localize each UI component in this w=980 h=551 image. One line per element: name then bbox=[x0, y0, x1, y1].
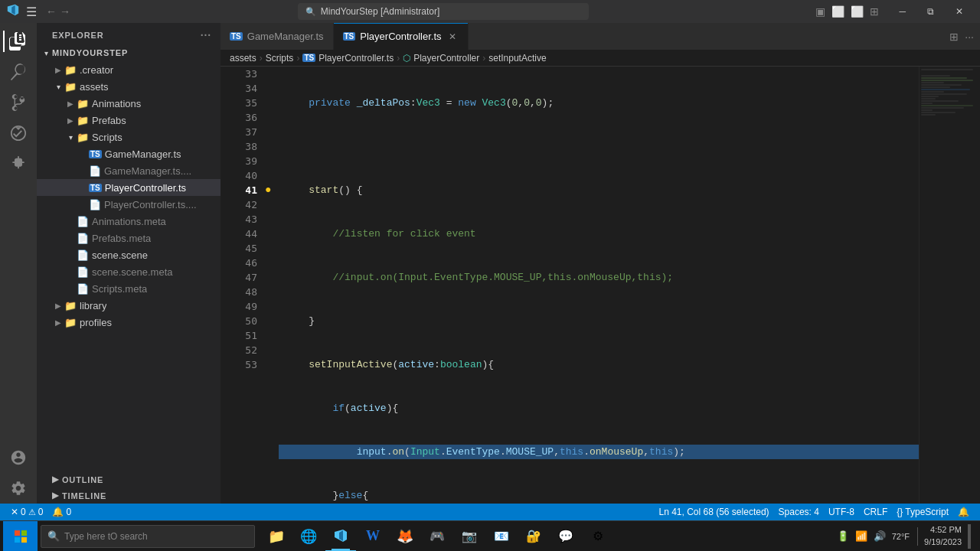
file-label: Scripts.meta bbox=[92, 283, 147, 295]
tree-item-profiles[interactable]: ▶ 📁 profiles bbox=[37, 314, 220, 331]
warning-count: 0 bbox=[38, 507, 44, 517]
folder-icon: 📁 bbox=[64, 317, 77, 328]
battery-icon[interactable]: 🔋 bbox=[835, 529, 851, 543]
tree-item-gamemanager-meta[interactable]: 📄 GameManager.ts.... bbox=[37, 162, 220, 179]
tree-item-playercontroller-meta[interactable]: 📄 PlayerController.ts.... bbox=[37, 196, 220, 213]
breadcrumb-scripts[interactable]: Scripts bbox=[266, 53, 294, 64]
tab-label: PlayerController.ts bbox=[360, 31, 441, 42]
explorer-more-icon[interactable]: ··· bbox=[201, 29, 211, 41]
title-search-bar[interactable]: 🔍 MindYourStep [Administrator] bbox=[298, 3, 589, 20]
tree-item-animations-meta[interactable]: 📄 Animations.meta bbox=[37, 213, 220, 230]
status-notifications[interactable]: 🔔 bbox=[953, 507, 974, 517]
root-arrow-icon: ▾ bbox=[40, 49, 52, 57]
temp-display: 72°F bbox=[890, 530, 911, 543]
breadcrumb-ts-icon: TS bbox=[302, 54, 315, 62]
breadcrumb-assets[interactable]: assets bbox=[230, 53, 256, 64]
breadcrumb-method[interactable]: setInputActive bbox=[488, 53, 546, 64]
tree-item-assets[interactable]: ▾ 📁 assets bbox=[37, 78, 220, 95]
tab-playercontroller[interactable]: TS PlayerController.ts ✕ bbox=[334, 23, 469, 50]
status-encoding[interactable]: UTF-8 bbox=[824, 507, 859, 517]
meta-file-icon: 📄 bbox=[77, 283, 89, 295]
search-activity[interactable] bbox=[3, 57, 34, 87]
svg-rect-0 bbox=[15, 530, 20, 536]
status-info[interactable]: 🔔 0 bbox=[47, 507, 76, 517]
outline-section[interactable]: ▶ OUTLINE bbox=[37, 471, 220, 487]
explorer-header: EXPLORER ··· bbox=[37, 23, 220, 44]
warning-icon: ⚠ bbox=[28, 507, 36, 517]
layout-icon[interactable]: ⊞ bbox=[870, 5, 879, 18]
ts-file-icon: TS bbox=[89, 184, 102, 192]
tab-close-icon[interactable]: ✕ bbox=[446, 31, 459, 43]
folder-arrow-icon: ▶ bbox=[52, 302, 64, 310]
forward-button[interactable]: → bbox=[60, 5, 70, 18]
tree-item-scene[interactable]: 📄 scene.scene bbox=[37, 246, 220, 263]
info-icon: 🔔 bbox=[52, 507, 64, 517]
taskbar-edge[interactable]: 🌐 bbox=[293, 521, 324, 552]
breadcrumb-file[interactable]: PlayerController.ts bbox=[318, 53, 394, 64]
taskbar-file-explorer[interactable]: 📁 bbox=[261, 521, 292, 552]
code-line-42: }else{ bbox=[285, 488, 919, 503]
close-button[interactable]: ✕ bbox=[945, 5, 974, 18]
titlebar: ☰ ← → 🔍 MindYourStep [Administrator] ▣ ⬜… bbox=[0, 0, 980, 23]
breadcrumb-class[interactable]: PlayerController bbox=[413, 53, 479, 64]
split-editor-button[interactable]: ⊞ bbox=[946, 28, 962, 46]
status-line-ending[interactable]: CRLF bbox=[859, 507, 892, 517]
source-control-activity[interactable] bbox=[3, 87, 34, 118]
show-desktop-button[interactable] bbox=[968, 524, 971, 549]
tree-item-prefabs[interactable]: ▶ 📁 Prefabs bbox=[37, 112, 220, 129]
restore-button[interactable]: ⧉ bbox=[916, 5, 945, 18]
sidebar-toggle-icon[interactable]: ⬜ bbox=[831, 5, 844, 18]
taskbar-vscode[interactable] bbox=[325, 521, 356, 552]
taskbar-word[interactable]: W bbox=[358, 521, 388, 552]
taskbar-app10[interactable]: 💬 bbox=[550, 521, 581, 552]
code-editor[interactable]: private _deltaPos:Vec3 = new Vec3(0,0,0)… bbox=[279, 67, 919, 504]
timeline-arrow-icon: ▶ bbox=[52, 491, 59, 500]
clock[interactable]: 4:52 PM 9/19/2023 bbox=[924, 524, 962, 548]
explorer-activity[interactable] bbox=[3, 26, 34, 57]
tree-item-playercontroller-ts[interactable]: TS PlayerController.ts bbox=[37, 179, 220, 196]
taskbar-app8[interactable]: 📧 bbox=[486, 521, 517, 552]
tree-item-library[interactable]: ▶ 📁 library bbox=[37, 297, 220, 314]
window-layout-controls: ▣ ⬜ ⬜ ⊞ bbox=[815, 5, 879, 18]
settings-activity[interactable] bbox=[3, 473, 34, 504]
start-button[interactable] bbox=[3, 521, 38, 552]
folder-label: assets bbox=[80, 81, 109, 93]
status-spaces[interactable]: Spaces: 4 bbox=[774, 507, 824, 517]
split-editor-icon[interactable]: ⬜ bbox=[851, 5, 864, 18]
tree-item-creator[interactable]: ▶ 📁 .creator bbox=[37, 61, 220, 78]
hamburger-icon[interactable]: ☰ bbox=[26, 5, 37, 19]
timeline-section[interactable]: ▶ TIMELINE bbox=[37, 487, 220, 504]
tree-item-gamemanager-ts[interactable]: TS GameManager.ts bbox=[37, 145, 220, 162]
taskbar-app9[interactable]: 🔐 bbox=[518, 521, 549, 552]
tree-root-mindyourstep[interactable]: ▾ MINDYOURSTEP bbox=[37, 44, 220, 61]
taskbar-app11[interactable]: ⚙ bbox=[583, 521, 613, 552]
extensions-activity[interactable] bbox=[3, 148, 34, 179]
panel-toggle-icon[interactable]: ▣ bbox=[815, 5, 825, 18]
accounts-activity[interactable] bbox=[3, 442, 34, 473]
status-position[interactable]: Ln 41, Col 68 (56 selected) bbox=[654, 507, 773, 517]
status-errors[interactable]: ✕ 0 ⚠ 0 bbox=[6, 507, 47, 517]
taskbar-firefox[interactable]: 🦊 bbox=[390, 521, 420, 552]
taskbar-app7[interactable]: 📷 bbox=[454, 521, 485, 552]
more-actions-button[interactable]: ··· bbox=[962, 28, 977, 46]
tree-item-scripts-meta[interactable]: 📄 Scripts.meta bbox=[37, 280, 220, 297]
minimize-button[interactable]: ─ bbox=[888, 5, 916, 18]
tabs-bar: TS GameManager.ts TS PlayerController.ts… bbox=[220, 23, 980, 50]
taskbar-app6[interactable]: 🎮 bbox=[422, 521, 452, 552]
back-button[interactable]: ← bbox=[46, 5, 57, 18]
volume-icon[interactable]: 🔊 bbox=[872, 529, 887, 543]
info-count: 0 bbox=[66, 507, 71, 517]
tab-gamemanager[interactable]: TS GameManager.ts bbox=[220, 23, 334, 50]
tree-item-prefabs-meta[interactable]: 📄 Prefabs.meta bbox=[37, 230, 220, 246]
tree-item-scripts[interactable]: ▾ 📁 Scripts bbox=[37, 129, 220, 145]
tree-item-animations[interactable]: ▶ 📁 Animations bbox=[37, 95, 220, 112]
network-icon[interactable]: 📶 bbox=[854, 529, 869, 543]
error-icon: ✕ bbox=[11, 507, 18, 517]
folder-icon: 📁 bbox=[77, 115, 89, 126]
status-language[interactable]: {} TypeScript bbox=[892, 507, 953, 517]
folder-label: Scripts bbox=[92, 132, 122, 143]
tree-item-scene-meta[interactable]: 📄 scene.scene.meta bbox=[37, 263, 220, 280]
taskbar-search[interactable]: 🔍 Type here tO search bbox=[41, 525, 255, 548]
file-label: PlayerController.ts bbox=[105, 182, 186, 194]
run-debug-activity[interactable] bbox=[3, 118, 34, 148]
